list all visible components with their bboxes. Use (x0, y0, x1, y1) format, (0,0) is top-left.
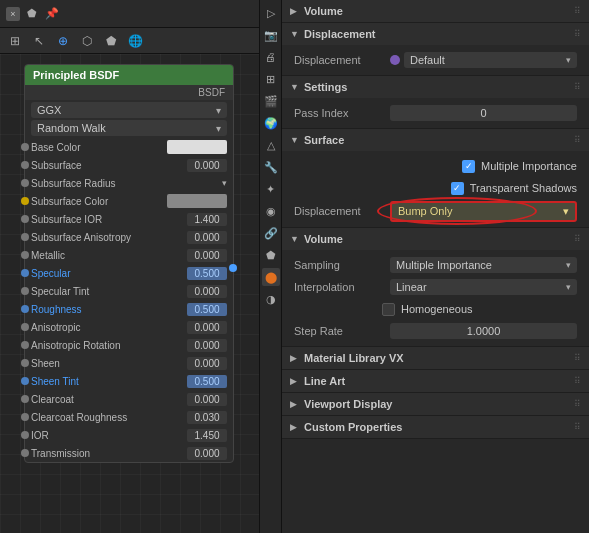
specular-socket[interactable] (21, 269, 29, 277)
specular-tint-socket[interactable] (21, 287, 29, 295)
section-displacement-header[interactable]: ▼ Displacement ⠿ (282, 23, 589, 45)
step-rate-value[interactable]: 1.0000 (390, 323, 577, 339)
drag-handle[interactable]: ⠿ (574, 422, 581, 432)
anisotropic-socket[interactable] (21, 323, 29, 331)
drag-handle[interactable]: ⠿ (574, 399, 581, 409)
pass-index-value[interactable]: 0 (390, 105, 577, 121)
distribution-dropdown[interactable]: GGX (31, 102, 227, 118)
view-icon[interactable]: ⊞ (6, 32, 24, 50)
sidebar-icon-shading[interactable]: ◑ (262, 290, 280, 308)
displacement-value[interactable]: Default ▾ (404, 52, 577, 68)
drag-handle[interactable]: ⠿ (574, 234, 581, 244)
anisotropic-rotation-socket[interactable] (21, 341, 29, 349)
sampling-row: Sampling Multiple Importance ▾ (282, 254, 589, 276)
sheen-socket[interactable] (21, 359, 29, 367)
node-row-subsurface-ior: Subsurface IOR 1.400 (25, 210, 233, 228)
homogeneous-checkbox[interactable] (382, 303, 395, 316)
sidebar-icon-material[interactable]: ⬤ (262, 268, 280, 286)
surface-displacement-label: Displacement (294, 205, 384, 217)
node-editor-icon: ⬟ (24, 6, 40, 22)
world-icon[interactable]: 🌐 (126, 32, 144, 50)
sidebar-icon-output[interactable]: 🖨 (262, 48, 280, 66)
subsurface-color-swatch[interactable] (167, 194, 227, 208)
roughness-socket[interactable] (21, 305, 29, 313)
select-icon[interactable]: ↖ (30, 32, 48, 50)
bump-only-dropdown[interactable]: Bump Only ▾ (390, 201, 577, 222)
sidebar-icon-modifier[interactable]: 🔧 (262, 158, 280, 176)
surface-displacement-row: Displacement Bump Only ▾ (282, 199, 589, 223)
subsurface-socket[interactable] (21, 161, 29, 169)
sheen-tint-socket[interactable] (21, 377, 29, 385)
properties-sidebar: ▷ 📷 🖨 ⊞ 🎬 🌍 △ 🔧 ✦ ◉ 🔗 ⬟ ⬤ ◑ (260, 0, 282, 533)
subsurface-anisotropy-socket[interactable] (21, 233, 29, 241)
node-row-subsurface: Subsurface 0.000 (25, 156, 233, 174)
linear-label: Linear (396, 281, 427, 293)
sidebar-icon-world[interactable]: 🌍 (262, 114, 280, 132)
subsurface-color-socket[interactable] (21, 197, 29, 205)
base-color-socket[interactable] (21, 143, 29, 151)
subsurface-radius-socket[interactable] (21, 179, 29, 187)
drag-handle[interactable]: ⠿ (574, 376, 581, 386)
node-header: Principled BSDF (25, 65, 233, 85)
section-custom-properties-header[interactable]: ▶ Custom Properties ⠿ (282, 416, 589, 438)
section-surface-header[interactable]: ▼ Surface ⠿ (282, 129, 589, 151)
drag-handle[interactable]: ⠿ (574, 135, 581, 145)
node-row-anisotropic-rotation: Anisotropic Rotation 0.000 (25, 336, 233, 354)
drag-handle[interactable]: ⠿ (574, 353, 581, 363)
section-material-library-header[interactable]: ▶ Material Library VX ⠿ (282, 347, 589, 369)
add-icon[interactable]: ⊕ (54, 32, 72, 50)
node-row-subsurface-color: Subsurface Color (25, 192, 233, 210)
section-arrow: ▶ (290, 376, 300, 386)
node-canvas[interactable]: Principled BSDF BSDF GGX Random Walk Bas… (0, 54, 259, 533)
pin-icon[interactable]: 📌 (44, 6, 60, 22)
subsurface-ior-socket[interactable] (21, 215, 29, 223)
pass-index-row: Pass Index 0 (282, 102, 589, 124)
sidebar-icon-scene2[interactable]: 🎬 (262, 92, 280, 110)
section-line-art-header[interactable]: ▶ Line Art ⠿ (282, 370, 589, 392)
sidebar-icon-render[interactable]: 📷 (262, 26, 280, 44)
principled-bsdf-node[interactable]: Principled BSDF BSDF GGX Random Walk Bas… (24, 64, 234, 463)
section-volume-top: ▶ Volume ⠿ (282, 0, 589, 23)
clearcoat-roughness-socket[interactable] (21, 413, 29, 421)
node-row-subsurface-radius: Subsurface Radius ▾ (25, 174, 233, 192)
sidebar-icon-constraints[interactable]: 🔗 (262, 224, 280, 242)
section-title: Volume (304, 5, 343, 17)
section-title: Volume (304, 233, 343, 245)
sidebar-icon-view-layer[interactable]: ⊞ (262, 70, 280, 88)
sidebar-icon-scene[interactable]: ▷ (262, 4, 280, 22)
section-settings-header[interactable]: ▼ Settings ⠿ (282, 76, 589, 98)
sidebar-icon-object-data[interactable]: ⬟ (262, 246, 280, 264)
multiple-importance-checkbox[interactable] (462, 160, 475, 173)
displacement-prop-row: Displacement Default ▾ (282, 49, 589, 71)
editor-type-icon[interactable]: ⬟ (102, 32, 120, 50)
section-viewport-display-header[interactable]: ▶ Viewport Display ⠿ (282, 393, 589, 415)
subsurface-method-dropdown[interactable]: Random Walk (31, 120, 227, 136)
drag-handle[interactable]: ⠿ (574, 82, 581, 92)
clearcoat-socket[interactable] (21, 395, 29, 403)
interpolation-value[interactable]: Linear ▾ (390, 279, 577, 295)
section-title: Viewport Display (304, 398, 392, 410)
section-surface: ▼ Surface ⠿ Multiple Importance Transpar… (282, 129, 589, 228)
transmission-socket[interactable] (21, 449, 29, 457)
node-icon[interactable]: ⬡ (78, 32, 96, 50)
transparent-shadows-checkbox[interactable] (451, 182, 464, 195)
sidebar-icon-particles[interactable]: ✦ (262, 180, 280, 198)
section-volume-header[interactable]: ▶ Volume ⠿ (282, 0, 589, 22)
drag-handle[interactable]: ⠿ (574, 29, 581, 39)
pass-index-label: Pass Index (294, 107, 384, 119)
sidebar-icon-physics[interactable]: ◉ (262, 202, 280, 220)
metallic-socket[interactable] (21, 251, 29, 259)
properties-panel: ▶ Volume ⠿ ▼ Displacement ⠿ Displacement… (282, 0, 589, 533)
close-icon[interactable]: × (6, 7, 20, 21)
base-color-swatch[interactable] (167, 140, 227, 154)
volume-middle-body: Sampling Multiple Importance ▾ Interpola… (282, 250, 589, 346)
displacement-label: Displacement (294, 54, 384, 66)
surface-body: Multiple Importance Transparent Shadows … (282, 151, 589, 227)
sampling-value[interactable]: Multiple Importance ▾ (390, 257, 577, 273)
section-arrow: ▶ (290, 353, 300, 363)
sidebar-icon-object[interactable]: △ (262, 136, 280, 154)
section-arrow: ▶ (290, 6, 300, 16)
ior-socket[interactable] (21, 431, 29, 439)
section-volume-middle-header[interactable]: ▼ Volume ⠿ (282, 228, 589, 250)
drag-handle[interactable]: ⠿ (574, 6, 581, 16)
